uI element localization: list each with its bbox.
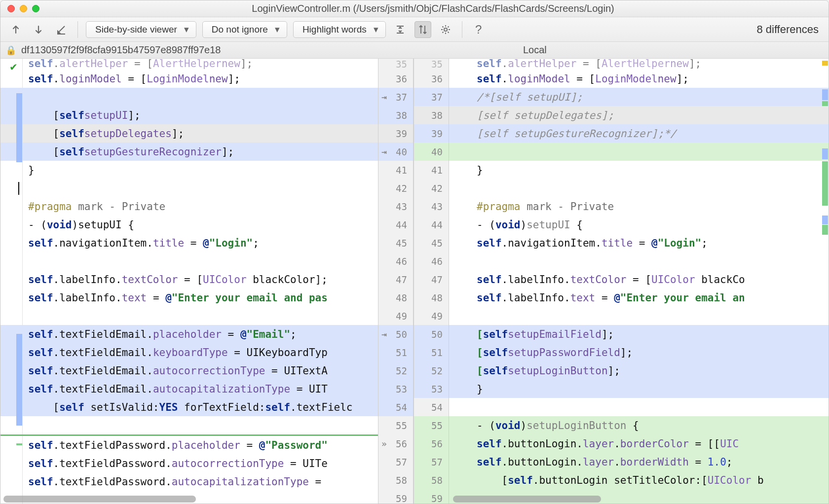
line-number: 51	[414, 343, 449, 361]
line-number: 54	[414, 398, 449, 416]
divider	[77, 21, 78, 38]
highlight-mode-select[interactable]: Highlight words ▾	[293, 21, 386, 38]
code-line[interactable]: - (void)setupUI {	[0, 216, 378, 234]
code-line[interactable]: #pragma mark - Private	[0, 197, 378, 216]
code-line[interactable]	[449, 398, 829, 416]
left-gutter: 353637⇥383940⇥41424344454647484950⇥51525…	[378, 59, 414, 504]
line-number: 56	[414, 434, 449, 453]
code-line[interactable]: [self setupGestureRecognizer];	[0, 143, 378, 161]
code-line[interactable]: }	[0, 161, 378, 179]
code-line[interactable]: }	[449, 161, 829, 179]
code-line[interactable]: self.textFieldPassword.autocorrectionTyp…	[0, 454, 378, 472]
apply-diff-icon[interactable]: ⇥	[381, 329, 387, 339]
line-number: 55	[414, 416, 449, 434]
code-line[interactable]: [self setupLoginButton];	[449, 361, 829, 380]
prev-diff-button[interactable]	[7, 21, 24, 38]
code-line[interactable]	[0, 179, 378, 197]
line-number: 50	[414, 325, 449, 343]
line-number: 38	[378, 106, 413, 124]
line-number: 37⇥	[378, 88, 413, 106]
collapse-unchanged-button[interactable]	[392, 21, 409, 38]
code-line[interactable]: - (void)setupLoginButton {	[449, 416, 829, 434]
chevron-down-icon: ▾	[184, 24, 189, 35]
code-line[interactable]: self.navigationItem.title = @"Login";	[449, 234, 829, 252]
code-line[interactable]: self.textFieldPassword.autocapitalizatio…	[0, 472, 378, 491]
source-bar: 🔒 df1130597f2f9f8cfa9915b47597e8987ff97e…	[0, 42, 829, 59]
code-line[interactable]: #pragma mark - Private	[449, 197, 829, 216]
code-line[interactable]: self.labelInfo.textColor = [UIColor blac…	[449, 270, 829, 288]
line-number: 59	[414, 489, 449, 504]
viewer-mode-label: Side-by-side viewer	[95, 24, 177, 35]
code-line[interactable]	[0, 416, 378, 434]
code-line[interactable]	[449, 307, 829, 325]
h-scrollbar[interactable]	[3, 496, 196, 503]
code-line[interactable]: self.textFieldEmail.keyboardType = UIKey…	[0, 343, 378, 361]
code-line[interactable]: [self setupGestureRecognizer];*/	[449, 124, 829, 143]
line-number: 48	[378, 288, 413, 307]
line-number: 51	[378, 343, 413, 361]
svg-point-1	[444, 28, 447, 31]
code-line[interactable]: self.alertHelper = [AlertHelper new];	[0, 59, 378, 70]
right-gutter: 3536373839404142434445464748495051525354…	[414, 59, 449, 504]
code-line[interactable]: self.textFieldEmail.autocorrectionType =…	[0, 361, 378, 380]
maximize-icon[interactable]	[32, 5, 39, 12]
line-number: 47	[378, 270, 413, 288]
apply-diff-icon[interactable]: »	[381, 438, 387, 449]
code-line[interactable]	[0, 252, 378, 270]
line-number: 38	[414, 106, 449, 124]
line-number: 58	[378, 471, 413, 489]
code-line[interactable]: [self setupEmailField];	[449, 325, 829, 343]
window-title: LoginViewController.m (/Users/jsmith/Obj…	[44, 3, 822, 14]
settings-button[interactable]	[437, 21, 454, 38]
next-diff-button[interactable]	[30, 21, 47, 38]
apply-diff-icon[interactable]: ⇥	[381, 146, 387, 157]
code-line[interactable]: self.labelInfo.text = @"Enter your email…	[449, 288, 829, 307]
code-line[interactable]: self.navigationItem.title = @"Login";	[0, 234, 378, 252]
code-line[interactable]: self.labelInfo.text = @"Enter your email…	[0, 288, 378, 307]
code-line[interactable]: self.textFieldEmail.placeholder = @"Emai…	[0, 325, 378, 343]
viewer-mode-select[interactable]: Side-by-side viewer ▾	[86, 21, 196, 38]
code-line[interactable]: self.alertHelper = [AlertHelper new];	[449, 59, 829, 70]
code-line[interactable]	[449, 179, 829, 197]
code-line[interactable]: self.buttonLogin.layer.borderColor = [[U…	[449, 434, 829, 453]
sync-scroll-button[interactable]	[414, 21, 431, 38]
minimize-icon[interactable]	[20, 5, 27, 12]
code-line[interactable]: self.loginModel = [LoginModel new];	[0, 70, 378, 88]
code-line[interactable]	[449, 143, 829, 161]
code-line[interactable]: }	[449, 380, 829, 398]
left-code-pane[interactable]: ✔ self.alertHelper = [AlertHelper new]; …	[0, 59, 378, 504]
code-line[interactable]: - (void)setupUI {	[449, 216, 829, 234]
code-line[interactable]: self.loginModel = [LoginModel new];	[449, 70, 829, 88]
code-line[interactable]: [self setupUI];	[0, 106, 378, 124]
code-line[interactable]	[449, 252, 829, 270]
divider	[462, 21, 462, 38]
h-scrollbar[interactable]	[453, 496, 601, 503]
line-number: 37	[414, 88, 449, 106]
line-number: 58	[414, 471, 449, 489]
edit-icon[interactable]	[53, 21, 70, 38]
code-line[interactable]: [self setIsValid:YES forTextField:self.t…	[0, 398, 378, 416]
ignore-mode-select[interactable]: Do not ignore ▾	[202, 21, 287, 38]
code-line[interactable]: /*[self setupUI];	[449, 88, 829, 106]
code-line[interactable]: self.labelInfo.textColor = [UIColor blac…	[0, 270, 378, 288]
line-number: 46	[378, 252, 413, 270]
line-number: 45	[414, 234, 449, 252]
right-code-pane[interactable]: self.alertHelper = [AlertHelper new]; se…	[449, 59, 829, 504]
lock-icon: 🔒	[5, 45, 16, 56]
code-line[interactable]: self.textFieldEmail.autocapitalizationTy…	[0, 380, 378, 398]
code-line[interactable]: self.buttonLogin.layer.borderWidth = 1.0…	[449, 453, 829, 471]
code-line[interactable]: [self setupPasswordField];	[449, 343, 829, 361]
code-line[interactable]: [self setupDelegates];	[0, 124, 378, 143]
line-number: 46	[414, 252, 449, 270]
apply-diff-icon[interactable]: ⇥	[381, 92, 387, 102]
code-line[interactable]: self.textFieldPassword.placeholder = @"P…	[0, 436, 378, 454]
code-line[interactable]	[0, 88, 378, 106]
diff-window: LoginViewController.m (/Users/jsmith/Obj…	[0, 0, 829, 504]
help-button[interactable]: ?	[470, 21, 487, 38]
code-line[interactable]	[0, 307, 378, 325]
code-line[interactable]: [self.buttonLogin setTitleColor:[UIColor…	[449, 471, 829, 489]
close-icon[interactable]	[7, 5, 15, 12]
line-number: 59	[378, 489, 413, 504]
line-number: 39	[414, 124, 449, 143]
code-line[interactable]: [self setupDelegates];	[449, 106, 829, 124]
